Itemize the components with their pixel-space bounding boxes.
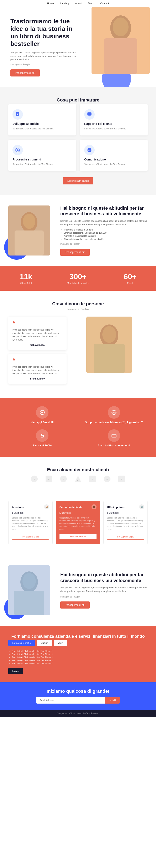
testimonials-person-image [71,316,148,373]
nav-item-landing[interactable]: Landing [60,2,69,5]
testimonial-card-2: ❝ Proin sed libero enim sed faucibus tur… [8,354,67,384]
consult-cta-button[interactable]: Invitaci [8,668,23,674]
card-2-icon [84,109,94,120]
svg-text:C: C [34,478,35,480]
pricing-1-icon: 🏠 [44,504,49,509]
pricing-3-cta[interactable]: Per saperne di più [107,534,144,539]
quote-icon-2: ❝ [12,358,63,364]
testimonial-1-text: Proin sed libero enim sed faucibus turpi… [12,328,63,342]
learn-cta-button[interactable]: Scoprire altri campi [63,177,93,184]
testimonials-image-credit: Immagine da Pixabay [8,308,148,310]
grow-section: Hai bisogno di queste abitudini per far … [0,195,156,266]
pricing-2-price: $ 65/mese [60,509,97,515]
grow-bullet-1: Trasforma la tua idea in un libro. [64,228,148,231]
consult-item-2: Sample text. Click to select the Text El… [12,653,148,655]
card-3-body: Sample text. Click to select the Text El… [12,163,72,166]
svg-text:@: @ [88,149,91,151]
client-logo-3: C [58,474,69,484]
learn-card-1: Sviluppo aziendale Sample text. Click to… [8,104,76,135]
grow2-cta-button[interactable]: Per saperne di più [60,601,90,609]
feature-2-icon: 24/7 [108,406,120,419]
svg-point-16 [23,214,35,229]
card-2-body: Sample text. Click to select the Text El… [84,127,144,130]
pricing-2-desc: Sample text. Click to select the Text El… [60,517,97,531]
svg-rect-6 [17,114,19,114]
feature-2: 24/7 Supporto dedicato 24 ore su 24, 7 g… [80,406,148,425]
feature-1: Vantaggi flessibili [8,406,76,425]
cta-email-input[interactable] [36,697,105,704]
pricing-grid: 🏠 Adesione $ 35/mese Sample text. Click … [8,501,148,545]
svg-rect-2 [104,38,137,74]
card-3-icon [12,145,23,155]
consult-section: Forniamo consulenza aziendale e servizi … [0,626,156,682]
consult-item-4: Sample text. Click to select the Text El… [12,659,148,662]
pricing-1-name: Adesione [12,505,49,509]
consult-title: Forniamo consulenza aziendale e servizi … [8,634,148,639]
consult-item-1: Sample text. Click to select the Text El… [12,650,148,652]
pricing-2-cta[interactable]: Per saperne di più [60,534,97,539]
card-4-body: Sample text. Click to select the Text El… [84,163,144,166]
cta-footer-section: Iniziamo qualcosa di grande! Iscriviti [0,682,156,710]
card-4-icon: @ [84,145,94,155]
nav-item-contact[interactable]: Contact [100,2,109,5]
pricing-card-3: 🏢 Ufficio privato $ 95/mese Sample text.… [103,501,148,545]
feature-4-title: Piani tariffari convenienti [98,444,130,447]
svg-rect-25 [112,434,116,437]
svg-rect-15 [14,230,44,255]
hero-cta-button[interactable]: Per saperne di più [10,69,40,76]
consult-list: Sample text. Click to select the Text El… [12,650,148,665]
svg-text:24/7: 24/7 [112,411,116,414]
clients-section: Ecco alcuni dei nostri clienti C C C C C… [0,457,156,501]
grow2-content: Hai bisogno di queste abitudini per far … [60,572,148,609]
card-1-body: Sample text. Click to select the Text El… [12,127,72,130]
feature-2-title: Supporto dedicato 24 ore su 24, 7 giorni… [85,421,143,424]
client-logo-2: C [44,474,54,484]
nav-item-home[interactable]: Home [47,2,54,5]
grow-cta-button[interactable]: Per saperne di più [60,249,90,256]
testimonial-1-author: Celia Almeda [12,344,63,346]
features-section: Vantaggi flessibili 24/7 Supporto dedica… [0,398,156,457]
pricing-card-2: 💼 Scrivana dedicata $ 65/mese Sample tex… [56,501,100,545]
pricing-3-name: Ufficio privato [107,505,144,509]
stat-1-number: 11k [0,272,52,281]
cta-submit-button[interactable]: Iscriviti [105,697,120,704]
pricing-3-icon: 🏢 [139,504,144,509]
stat-1-label: Clienti felici [0,282,52,284]
svg-rect-4 [16,112,19,116]
pricing-section: 🏠 Adesione $ 35/mese Sample text. Click … [0,501,156,555]
svg-marker-9 [89,116,90,116]
grow-bullet-3: Aumenta la tua credibilità e autorità [64,235,148,237]
svg-text:C: C [48,478,49,480]
hero-body: Sample text. Click to Egestas egestas fr… [10,51,81,61]
consult-item-5: Sample text. Click to select the Text El… [12,662,148,665]
svg-rect-44 [14,591,44,615]
grow-body: Sample text. Click to Egestas egestas fr… [60,219,148,226]
stats-section: 11k Clienti felici 300+ Membri della squ… [0,266,156,291]
learn-cards-grid: Sviluppo aziendale Sample text. Click to… [8,104,148,171]
testimonials-title: Cosa dicono le persone [8,301,148,307]
client-logo-5: C [87,474,98,484]
svg-rect-7 [17,115,18,115]
consult-btn-3[interactable]: Vacin [54,640,67,646]
testimonials-layout: ❝ Proin sed libero enim sed faucibus tur… [8,316,148,388]
consult-btn-1[interactable]: Formare il Benefici [8,640,35,646]
pricing-card-1: 🏠 Adesione $ 35/mese Sample text. Click … [8,501,53,545]
bottom-bar: Sample text. Click to select the Text El… [0,710,156,717]
svg-rect-5 [17,113,19,113]
testimonial-person [86,316,132,373]
consult-buttons: Formare il Benefici Macion Vacin [8,640,148,646]
learn-card-2: Rapporto col cliente Sample text. Click … [80,104,148,135]
pricing-1-cta[interactable]: Per saperne di più [12,534,49,539]
feature-1-icon [36,406,48,419]
feature-3: Sicura al 100% [8,429,76,448]
svg-rect-8 [87,112,91,116]
testimonial-card-1: ❝ Proin sed libero enim sed faucibus tur… [8,316,67,350]
nav-item-team[interactable]: Team [88,2,94,5]
hero-title: Trasformiamo le tue idee o la tua storia… [10,18,81,48]
svg-rect-24 [41,435,43,437]
stat-3-number: 60+ [104,272,156,281]
hero-person-image [91,7,150,74]
consult-btn-2[interactable]: Macion [37,640,52,646]
card-1-icon [12,109,23,120]
nav-item-about[interactable]: About [75,2,82,5]
